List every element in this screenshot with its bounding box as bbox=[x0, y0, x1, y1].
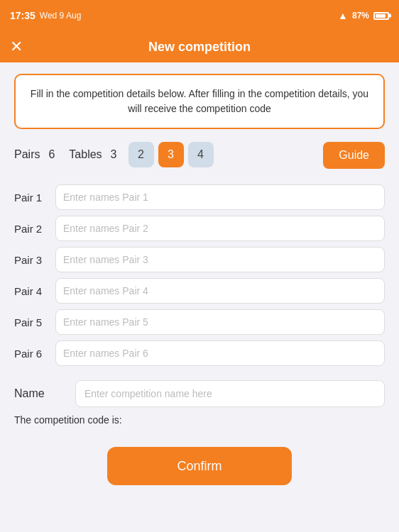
pairs-label: Pairs bbox=[14, 148, 40, 161]
tab-buttons: 2 3 4 bbox=[129, 142, 214, 167]
status-time: 17:35 bbox=[10, 10, 35, 21]
pair-row-5: Pair 5 bbox=[14, 309, 385, 335]
pairs-inputs: Pair 1 Pair 2 Pair 3 Pair 4 Pair 5 Pair … bbox=[14, 184, 385, 366]
pair-row-1: Pair 1 bbox=[14, 184, 385, 210]
pairs-value: 6 bbox=[48, 148, 55, 161]
close-button[interactable]: ✕ bbox=[10, 39, 23, 55]
status-date: Wed 9 Aug bbox=[40, 11, 82, 21]
page-title: New competition bbox=[148, 40, 251, 55]
pair-3-label: Pair 3 bbox=[14, 254, 48, 266]
pair-row-6: Pair 6 bbox=[14, 340, 385, 366]
status-bar: 17:35 Wed 9 Aug ▲ 87% bbox=[0, 0, 399, 31]
name-label: Name bbox=[14, 387, 64, 400]
confirm-button[interactable]: Confirm bbox=[107, 447, 292, 485]
pairs-tables-row: Pairs 6 Tables 3 2 3 4 bbox=[14, 142, 214, 167]
pair-row-2: Pair 2 bbox=[14, 216, 385, 241]
tables-value: 3 bbox=[111, 148, 117, 161]
info-text: Fill in the competition details below. A… bbox=[31, 88, 368, 114]
pair-5-input[interactable] bbox=[55, 309, 385, 335]
pair-row-3: Pair 3 bbox=[14, 247, 385, 272]
pair-4-input[interactable] bbox=[55, 278, 385, 304]
tab-button-2[interactable]: 2 bbox=[129, 142, 154, 167]
pair-4-label: Pair 4 bbox=[14, 285, 48, 297]
pair-2-label: Pair 2 bbox=[14, 223, 48, 235]
pair-2-input[interactable] bbox=[55, 216, 385, 241]
tables-label: Tables bbox=[69, 148, 102, 161]
tab-button-4[interactable]: 4 bbox=[188, 142, 214, 167]
pair-1-input[interactable] bbox=[55, 184, 385, 210]
pair-3-input[interactable] bbox=[55, 247, 385, 272]
pair-5-label: Pair 5 bbox=[14, 316, 48, 328]
pair-row-4: Pair 4 bbox=[14, 278, 385, 304]
battery-icon bbox=[373, 12, 389, 20]
wifi-icon: ▲ bbox=[338, 10, 348, 21]
pair-6-input[interactable] bbox=[55, 340, 385, 366]
pair-1-label: Pair 1 bbox=[14, 192, 48, 204]
competition-code-text: The competition code is: bbox=[14, 414, 385, 426]
competition-name-input[interactable] bbox=[75, 380, 385, 407]
name-row: Name bbox=[14, 380, 385, 407]
tab-button-3[interactable]: 3 bbox=[158, 142, 184, 167]
battery-percent: 87% bbox=[352, 11, 369, 21]
info-box: Fill in the competition details below. A… bbox=[14, 74, 385, 129]
header: ✕ New competition bbox=[0, 31, 399, 62]
guide-button[interactable]: Guide bbox=[323, 142, 385, 169]
content-area: Fill in the competition details below. A… bbox=[0, 62, 399, 497]
pair-6-label: Pair 6 bbox=[14, 348, 48, 360]
